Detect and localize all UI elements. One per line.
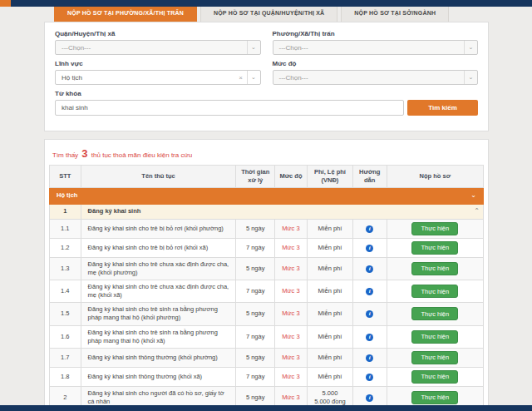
col-level: Mức độ: [274, 166, 307, 188]
procedures-table: STT Tên thủ tục Thời gian xử lý Mức độ P…: [49, 165, 484, 411]
info-icon[interactable]: i: [366, 374, 373, 381]
procedure-name: Đăng ký khai sinh cho trẻ bị bỏ rơi (khố…: [81, 238, 236, 257]
procedure-row: 1.7Đăng ký khai sinh thông thường (khối …: [50, 348, 484, 367]
district-select[interactable]: ---Chọn--- ⌄: [55, 40, 261, 55]
row-stt: 1.6: [50, 325, 81, 348]
execute-button[interactable]: Thực hiện: [411, 370, 458, 384]
procedure-name: Đăng ký khai sinh cho trẻ sinh ra bằng p…: [81, 325, 236, 348]
district-label: Quận/Huyện/Thị xã: [55, 30, 261, 37]
fee-cell: Miễn phí: [308, 367, 353, 386]
info-icon[interactable]: i: [366, 245, 373, 252]
ward-select[interactable]: ---Chọn--- ⌄: [273, 40, 479, 55]
results-panel: Tìm thấy 3 thủ tục thoả mãn điều kiện tr…: [44, 139, 489, 411]
submit-cell: Thực hiện: [387, 280, 483, 303]
domain-field: Lĩnh vực Hộ tịch × ⌄: [55, 60, 261, 85]
procedure-rows: 1.1Đăng ký khai sinh cho trẻ bị bỏ rơi (…: [50, 219, 484, 411]
guide-cell: i: [352, 348, 387, 367]
info-icon[interactable]: i: [366, 225, 373, 233]
chevron-down-icon[interactable]: ⌄: [247, 71, 260, 84]
domain-select[interactable]: Hộ tịch × ⌄: [55, 70, 261, 85]
execute-button[interactable]: Thực hiện: [411, 222, 458, 235]
row-stt: 1.5: [50, 303, 81, 325]
service-level: Mức 3: [274, 325, 307, 348]
bottom-navy-bar: [0, 405, 532, 411]
info-icon[interactable]: i: [366, 265, 373, 273]
procedure-name: Đăng ký khai sinh thông thường (khối phư…: [81, 348, 236, 367]
row-stt: 1.7: [50, 348, 81, 367]
found-suffix: thủ tục thoả mãn điều kiện tra cứu: [91, 151, 192, 159]
clear-selection-icon[interactable]: ×: [235, 74, 247, 82]
chevron-down-icon[interactable]: ⌄: [247, 41, 260, 54]
level-label: Mức độ: [273, 60, 479, 67]
row-stt: 1.8: [50, 367, 81, 386]
group-row-ho-tich[interactable]: Hộ tịch ⌄: [50, 188, 484, 205]
guide-cell: i: [352, 367, 387, 386]
guide-cell: i: [352, 257, 387, 280]
service-level: Mức 3: [274, 303, 307, 325]
processing-time: 5 ngày: [236, 348, 274, 367]
ward-label: Phường/Xã/Thị trấn: [273, 30, 479, 37]
portal-page: NỘP HỒ SƠ TẠI PHƯỜNG/XÃ/THỊ TRẤN NỘP HỒ …: [0, 0, 532, 411]
col-time: Thời gian xử lý: [236, 166, 274, 188]
submit-cell: Thực hiện: [387, 257, 483, 280]
procedure-row: 1.3Đăng ký khai sinh cho trẻ chưa xác đị…: [50, 257, 484, 280]
keyword-input[interactable]: [55, 100, 404, 116]
procedure-name: Đăng ký khai sinh cho trẻ sinh ra bằng p…: [81, 303, 236, 325]
fee-cell: Miễn phí: [308, 257, 353, 280]
processing-time: 7 ngày: [236, 280, 274, 303]
fee-cell: Miễn phí: [308, 303, 353, 325]
chevron-down-icon[interactable]: ⌄: [470, 191, 476, 201]
procedure-row: 1.2Đăng ký khai sinh cho trẻ bị bỏ rơi (…: [50, 238, 484, 257]
execute-button[interactable]: Thực hiện: [411, 391, 458, 404]
procedure-row: 1.4Đăng ký khai sinh cho trẻ chưa xác đị…: [50, 280, 484, 303]
execute-button[interactable]: Thực hiện: [411, 307, 458, 320]
chevron-up-icon[interactable]: ⌃: [474, 207, 480, 216]
col-guide: Hướng dẫn: [352, 166, 387, 188]
col-name: Tên thủ tục: [81, 166, 236, 188]
service-level: Mức 3: [274, 348, 307, 367]
execute-button[interactable]: Thực hiện: [411, 351, 458, 364]
col-fee: Phí, Lệ phí (VNĐ): [308, 166, 353, 188]
row-stt: 1.3: [50, 257, 81, 280]
info-icon[interactable]: i: [366, 310, 373, 318]
keyword-field: Từ khóa Tìm kiếm: [55, 90, 478, 116]
parent-row-dang-ky-khai-sinh[interactable]: 1 Đăng ký khai sinh ⌃: [50, 205, 484, 220]
procedure-row: 1.6Đăng ký khai sinh cho trẻ sinh ra bằn…: [50, 325, 484, 348]
chevron-down-icon[interactable]: ⌄: [464, 71, 477, 84]
processing-time: 7 ngày: [236, 367, 274, 386]
procedure-name: Đăng ký khai sinh cho trẻ chưa xác định …: [81, 280, 236, 303]
processing-time: 7 ngày: [236, 238, 274, 257]
service-level: Mức 3: [274, 238, 307, 257]
fee-cell: Miễn phí: [308, 348, 353, 367]
fee-cell: Miễn phí: [308, 325, 353, 348]
info-icon[interactable]: i: [366, 334, 373, 341]
guide-cell: i: [352, 280, 387, 303]
execute-button[interactable]: Thực hiện: [411, 241, 458, 255]
info-icon[interactable]: i: [366, 394, 373, 402]
search-button[interactable]: Tìm kiếm: [407, 100, 478, 116]
level-field: Mức độ ---Chọn--- ⌄: [273, 60, 479, 85]
info-icon[interactable]: i: [366, 354, 373, 362]
service-level: Mức 3: [274, 367, 307, 386]
procedure-row: 1.5Đăng ký khai sinh cho trẻ sinh ra bằn…: [50, 303, 484, 325]
fee-cell: Miễn phí: [308, 280, 353, 303]
execute-button[interactable]: Thực hiện: [411, 285, 458, 298]
col-stt: STT: [50, 166, 81, 188]
chevron-down-icon[interactable]: ⌄: [464, 41, 477, 54]
info-icon[interactable]: i: [366, 288, 373, 295]
row-stt: 1.1: [50, 219, 81, 238]
execute-button[interactable]: Thực hiện: [411, 330, 458, 344]
fee-cell: Miễn phí: [308, 219, 353, 238]
domain-label: Lĩnh vực: [55, 60, 261, 67]
execute-button[interactable]: Thực hiện: [411, 262, 458, 275]
guide-cell: i: [352, 303, 387, 325]
table-header-row: STT Tên thủ tục Thời gian xử lý Mức độ P…: [50, 166, 484, 188]
guide-cell: i: [352, 219, 387, 238]
level-select[interactable]: ---Chọn--- ⌄: [273, 70, 479, 85]
procedure-row: 1.8Đăng ký khai sinh thông thường (khối …: [50, 367, 484, 386]
row-stt: 1.2: [50, 238, 81, 257]
submit-cell: Thực hiện: [387, 219, 483, 238]
processing-time: 7 ngày: [236, 325, 274, 348]
submit-cell: Thực hiện: [387, 348, 483, 367]
top-navy-bar: [0, 0, 532, 7]
